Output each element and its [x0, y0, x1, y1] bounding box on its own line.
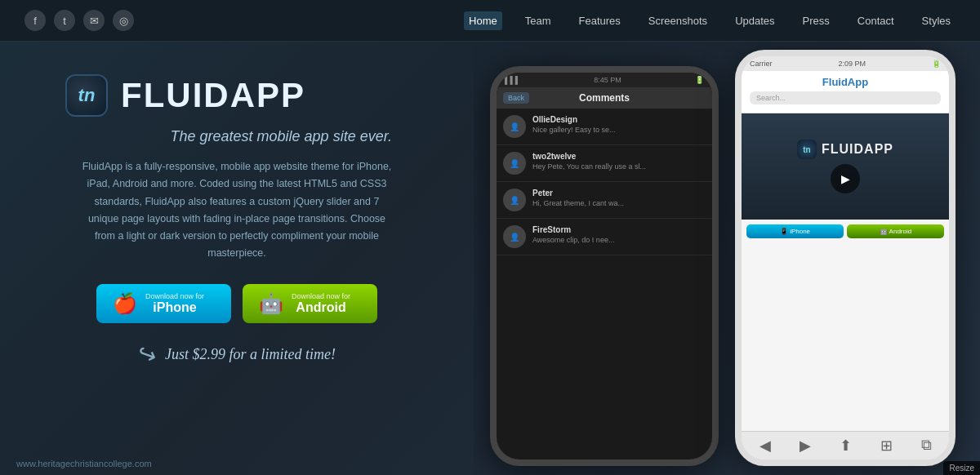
phone-front-screen: Carrier 2:09 PM 🔋 FluidApp Search... tn …: [742, 56, 949, 459]
phone-front-ios-btn[interactable]: 📱 iPhone: [746, 224, 844, 238]
phone-front-status-bar: Carrier 2:09 PM 🔋: [742, 56, 949, 71]
hero-description: FluidApp is a fully-responsive, mobile a…: [82, 158, 392, 263]
phone-front-battery: 🔋: [932, 60, 941, 68]
phone-front-body: tn FLUIDAPP ▶ 📱 iPhone 🤖 Android: [742, 113, 949, 431]
phone-front-bookmark-icon[interactable]: ⊞: [880, 437, 893, 455]
phone-front-time: 2:09 PM: [838, 60, 866, 68]
phone-front-back-icon[interactable]: ◀: [760, 437, 771, 455]
phone-front-bottom-bar: ◀ ▶ ⬆ ⊞ ⧉: [742, 431, 949, 459]
price-area: ↪ Just $2.99 for a limited time!: [65, 341, 408, 368]
comment-avatar-4: 👤: [503, 225, 526, 248]
phone-back-battery: 🔋: [695, 76, 704, 84]
comment-body-1: OllieDesign Nice gallery! Easy to se...: [532, 115, 706, 135]
comment-text-1: Nice gallery! Easy to se...: [532, 126, 706, 135]
comment-item-4: 👤 FireStorm Awesome clip, do I nee...: [497, 219, 712, 255]
comment-avatar-3: 👤: [503, 189, 526, 211]
arrow-icon: ↪: [134, 339, 161, 371]
comment-list: 👤 OllieDesign Nice gallery! Easy to se..…: [497, 109, 712, 459]
comment-text-3: Hi, Great theme, I cant wa...: [532, 199, 706, 209]
phone-front-carrier: Carrier: [750, 60, 773, 68]
phone-front-header: FluidApp Search...: [742, 71, 949, 113]
comment-name-2: two2twelve: [532, 152, 706, 161]
comment-item-1: 👤 OllieDesign Nice gallery! Easy to se..…: [497, 109, 712, 145]
phone-front-android-btn[interactable]: 🤖 Android: [847, 224, 944, 238]
phone-front-search[interactable]: Search...: [750, 91, 941, 104]
phone-front-download-buttons: 📱 iPhone 🤖 Android: [742, 220, 949, 243]
comment-name-1: OllieDesign: [532, 115, 706, 124]
footer-url: www.heritagechristiancollege.com: [16, 459, 152, 468]
download-buttons: 🍎 Download now for iPhone 🤖 Download now…: [65, 284, 408, 323]
phone-front-hero-area: tn FLUIDAPP ▶: [742, 113, 949, 220]
btn-android-bottom-label: Android: [292, 300, 350, 315]
comment-name-4: FireStorm: [532, 225, 706, 234]
rss-icon[interactable]: ◎: [113, 10, 134, 31]
btn-iphone-bottom-label: iPhone: [145, 300, 204, 315]
phone-back-screen: ▌▌▌ 8:45 PM 🔋 Back Comments 👤 OllieDesig…: [497, 73, 712, 459]
phone-front-logo-icon: tn: [797, 140, 817, 159]
phone-front-forward-icon[interactable]: ▶: [800, 437, 811, 455]
comment-item-3: 👤 Peter Hi, Great theme, I cant wa...: [497, 182, 712, 219]
hero-left: tn FLUIDAPP The greatest mobile app site…: [0, 42, 441, 384]
email-icon[interactable]: ✉: [83, 10, 105, 31]
phone-front-logo-text: FLUIDAPP: [822, 142, 893, 157]
comment-body-4: FireStorm Awesome clip, do I nee...: [532, 225, 706, 246]
comment-name-3: Peter: [532, 189, 706, 198]
nav-link-home[interactable]: Home: [464, 11, 502, 30]
hero-tagline: The greatest mobile app site ever.: [65, 128, 408, 145]
twitter-icon[interactable]: t: [54, 10, 75, 31]
hero-phones: ▌▌▌ 8:45 PM 🔋 Back Comments 👤 OllieDesig…: [474, 42, 980, 475]
btn-iphone-labels: Download now for iPhone: [145, 292, 204, 315]
nav-link-contact[interactable]: Contact: [853, 11, 899, 30]
comment-text-2: Hey Pete, You can really use a sl...: [532, 162, 706, 172]
download-android-button[interactable]: 🤖 Download now for Android: [243, 284, 377, 323]
nav-link-screenshots[interactable]: Screenshots: [644, 11, 712, 30]
app-logo-text: FLUIDAPP: [121, 76, 305, 115]
phone-back: ▌▌▌ 8:45 PM 🔋 Back Comments 👤 OllieDesig…: [490, 66, 719, 466]
btn-android-labels: Download now for Android: [292, 292, 350, 315]
nav-link-team[interactable]: Team: [520, 11, 556, 30]
hero-section: tn FLUIDAPP The greatest mobile app site…: [0, 42, 980, 475]
comment-avatar-2: 👤: [503, 152, 526, 175]
phone-back-nav-title: Comments: [579, 92, 630, 104]
play-button[interactable]: ▶: [831, 164, 860, 193]
nav-link-updates[interactable]: Updates: [730, 11, 779, 30]
phone-front-logo-row: tn FLUIDAPP: [797, 140, 893, 159]
nav-links: Home Team Features Screenshots Updates P…: [464, 11, 956, 30]
phone-front-share-icon[interactable]: ⬆: [840, 437, 852, 455]
price-text: Just $2.99 for a limited time!: [165, 346, 336, 363]
nav-link-features[interactable]: Features: [574, 11, 626, 30]
phone-front-app-name: FluidApp: [750, 76, 941, 88]
phone-front-tabs-icon[interactable]: ⧉: [921, 437, 932, 455]
download-iphone-button[interactable]: 🍎 Download now for iPhone: [96, 284, 231, 323]
nav-link-press[interactable]: Press: [798, 11, 835, 30]
comment-text-4: Awesome clip, do I nee...: [532, 236, 706, 246]
phone-back-status-bar: ▌▌▌ 8:45 PM 🔋: [497, 73, 712, 87]
resize-badge[interactable]: Resize: [943, 461, 980, 475]
app-logo-icon: tn: [65, 74, 108, 117]
logo-row: tn FLUIDAPP: [65, 74, 408, 117]
comment-body-2: two2twelve Hey Pete, You can really use …: [532, 152, 706, 172]
nav-link-styles[interactable]: Styles: [917, 11, 956, 30]
btn-iphone-top-label: Download now for: [145, 292, 204, 300]
phone-front: Carrier 2:09 PM 🔋 FluidApp Search... tn …: [735, 50, 956, 466]
comment-avatar-1: 👤: [503, 115, 526, 138]
apple-icon: 🍎: [113, 292, 137, 315]
navbar: f t ✉ ◎ Home Team Features Screenshots U…: [0, 0, 980, 42]
android-icon: 🤖: [259, 292, 283, 315]
comment-body-3: Peter Hi, Great theme, I cant wa...: [532, 189, 706, 209]
phone-back-back-button[interactable]: Back: [503, 92, 529, 104]
phone-back-signal: ▌▌▌: [505, 76, 520, 84]
facebook-icon[interactable]: f: [24, 10, 46, 31]
comment-item-2: 👤 two2twelve Hey Pete, You can really us…: [497, 145, 712, 182]
phone-back-time: 8:45 PM: [594, 76, 621, 84]
social-icons: f t ✉ ◎: [24, 10, 134, 31]
phone-back-nav-bar: Back Comments: [497, 87, 712, 109]
btn-android-top-label: Download now for: [292, 292, 350, 300]
